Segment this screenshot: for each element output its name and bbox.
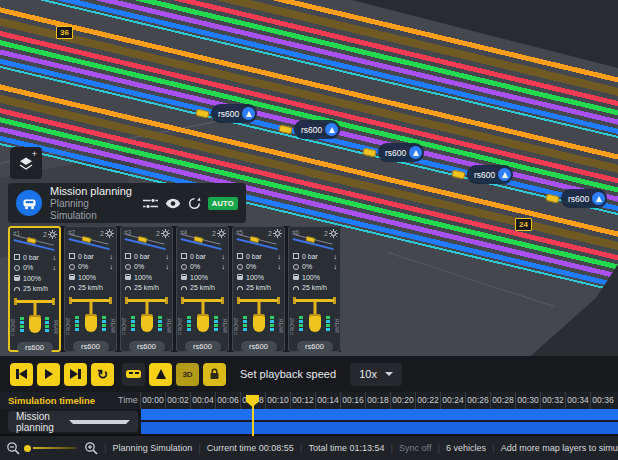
3d-label: 3D: [182, 370, 192, 379]
zoom-out-button[interactable]: [6, 441, 20, 455]
segment: [20, 317, 24, 320]
segment: [299, 328, 303, 331]
card-rear-label: REAR: [278, 315, 284, 337]
arrow-down-icon: ↓: [334, 263, 338, 270]
timeline-zoom-slider[interactable]: [24, 443, 78, 453]
timeline-tick: 00:36: [590, 392, 615, 409]
vehicle-illustration: FRONT REAR: [289, 293, 340, 339]
pressure-row: 0 bar ↓: [289, 251, 340, 262]
battery-icon: [14, 275, 20, 281]
card-front-label: FRONT: [177, 315, 183, 337]
segment: [45, 321, 49, 324]
battery-icon: [125, 274, 131, 280]
battery-icon: [293, 274, 299, 280]
card-rear-label: REAR: [53, 316, 59, 338]
timeline-title: Simulation timeline: [8, 395, 95, 406]
vehicle-card[interactable]: #1 2 0 bar ↓: [8, 226, 61, 352]
card-badge-count: 2: [100, 230, 104, 237]
chevron-down-icon: [385, 372, 393, 376]
speedometer-icon: [69, 286, 75, 290]
right-spray-segments: [270, 316, 274, 331]
timeline-layer-label: Mission planning: [16, 411, 69, 433]
timeline-track-lower: [141, 422, 618, 434]
vehicle-sprite-icon: [278, 125, 292, 135]
vehicle-marker[interactable]: rs600: [546, 189, 607, 208]
card-front-label: FRONT: [289, 315, 295, 337]
timeline-layer-select[interactable]: Mission planning: [8, 411, 138, 432]
vehicle-card[interactable]: #2 2 0 bar ↓: [64, 226, 117, 352]
timeline-track[interactable]: [141, 409, 618, 434]
vehicle-icon: [126, 370, 141, 378]
battery-icon: [181, 274, 187, 280]
card-speed: 25 km/h: [190, 284, 215, 291]
skip-to-start-button[interactable]: [10, 363, 33, 386]
vehicle-marker-label: rs600: [474, 170, 495, 180]
vehicle-illustration: FRONT REAR: [10, 294, 59, 340]
vehicle-card[interactable]: #3 2 0 bar ↓: [120, 226, 173, 352]
card-rear-label: REAR: [166, 315, 172, 337]
tank-icon: [69, 264, 75, 270]
skip-to-end-button[interactable]: [64, 363, 87, 386]
card-battery: 100%: [78, 274, 96, 281]
vehicle-marker-label: rs600: [218, 109, 239, 119]
status-bar: |Planning Simulation|Current time 00:08:…: [0, 434, 618, 460]
zoom-in-button[interactable]: [84, 441, 98, 455]
tank-icon: [125, 264, 131, 270]
timeline-tick: 00:18: [365, 392, 390, 409]
refresh-button[interactable]: [188, 197, 201, 210]
separator: |: [300, 443, 303, 454]
playback-speed-dropdown[interactable]: 10x: [350, 363, 402, 386]
vehicle-marker[interactable]: rs600: [363, 143, 424, 162]
tune-button[interactable]: [143, 197, 158, 210]
status-item: Sync off: [399, 443, 431, 453]
segment: [45, 329, 49, 332]
vehicle-marker[interactable]: rs600: [452, 165, 513, 184]
timeline-tick: 00:02: [165, 392, 190, 409]
mission-title: Mission planning: [50, 185, 136, 198]
add-map-layer-button[interactable]: +: [10, 147, 42, 179]
segment: [299, 320, 303, 323]
separator: |: [391, 443, 394, 454]
vehicle-card[interactable]: #4 2 0 bar ↓: [176, 226, 229, 352]
timeline-tick: 00:22: [415, 392, 440, 409]
card-tank: 0%: [246, 263, 256, 270]
zoom-in-icon: [84, 441, 98, 455]
segment: [102, 316, 106, 319]
chevron-down-icon: [69, 420, 130, 424]
separator: |: [437, 443, 440, 454]
segment: [158, 328, 162, 331]
card-speed: 25 km/h: [134, 284, 159, 291]
segment: [270, 316, 274, 319]
mission-subtitle: Planning Simulation: [50, 198, 136, 222]
battery-icon: [69, 274, 75, 280]
timeline-tick: 00:12: [290, 392, 315, 409]
vehicle-card[interactable]: #5 2 0 bar ↓: [232, 226, 285, 352]
play-button[interactable]: [37, 363, 60, 386]
battery-row: 100%: [121, 272, 172, 283]
auto-mode-badge[interactable]: AUTO: [208, 197, 238, 210]
tank-row: 0% ↓: [121, 262, 172, 273]
vehicle-card[interactable]: #6 2 0 bar ↓: [288, 226, 341, 352]
vehicle-marker[interactable]: rs600: [279, 120, 340, 139]
card-gear-group: 2: [100, 229, 114, 238]
gear-icon: [48, 230, 57, 239]
right-spray-segments: [214, 316, 218, 331]
card-pressure: 0 bar: [78, 253, 94, 260]
sprayer-body: [253, 314, 265, 332]
right-spray-segments: [45, 317, 49, 332]
visibility-button[interactable]: [165, 198, 181, 209]
vehicle-sprite-icon: [545, 194, 559, 204]
lock-button[interactable]: [203, 363, 226, 386]
skip-end-icon: [78, 369, 81, 379]
vehicle-sprite-icon: [195, 109, 209, 119]
card-front-label: FRONT: [233, 315, 239, 337]
orientation-button[interactable]: [149, 363, 172, 386]
navigation-arrow-icon: [596, 196, 602, 202]
vehicle-marker[interactable]: rs600: [196, 104, 257, 123]
follow-vehicle-toggle[interactable]: [122, 363, 145, 386]
timeline-ticks[interactable]: 00:0000:0200:0400:0600:0800:1000:1200:14…: [140, 392, 618, 409]
arrow-down-icon: ↓: [110, 253, 114, 260]
loop-button[interactable]: ↻: [91, 363, 114, 386]
slider-handle[interactable]: [24, 445, 31, 452]
3d-view-button[interactable]: 3D: [176, 363, 199, 386]
